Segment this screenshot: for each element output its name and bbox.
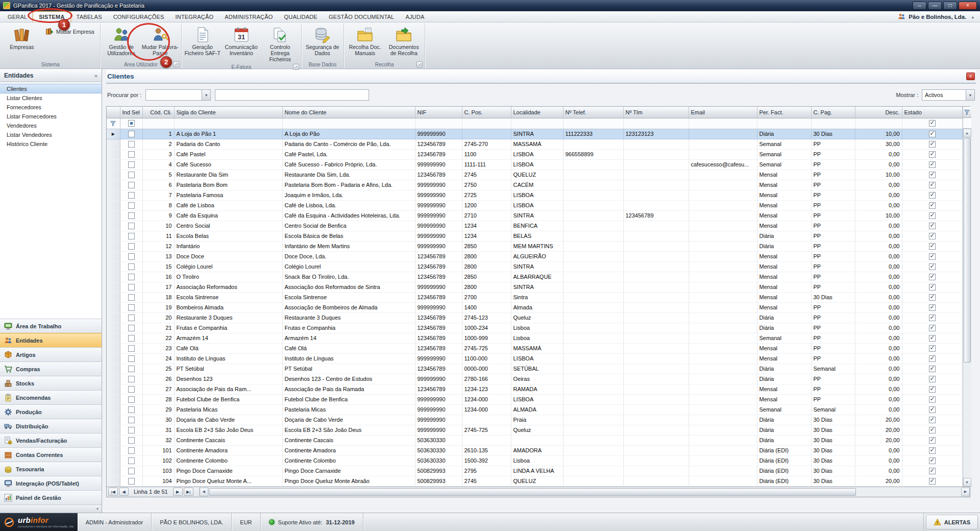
estado-checkbox[interactable] bbox=[929, 192, 936, 199]
col-localidade[interactable]: Lisboa bbox=[511, 333, 563, 343]
col-estado[interactable] bbox=[902, 210, 962, 221]
row-select-checkbox[interactable] bbox=[128, 386, 135, 393]
col-localidade[interactable]: LISBOA bbox=[511, 394, 563, 404]
sidebar-item-historico-cliente[interactable]: Histórico Cliente bbox=[0, 139, 102, 149]
col-cod-cli[interactable]: 31 bbox=[142, 425, 174, 435]
col-ind-sel[interactable] bbox=[120, 435, 142, 445]
filter-col-nome-cliente[interactable] bbox=[282, 118, 415, 129]
estado-checkbox[interactable] bbox=[929, 294, 936, 301]
col-n-tlm[interactable] bbox=[623, 200, 689, 210]
col-c-pag[interactable]: 30 Dias bbox=[811, 445, 855, 455]
header-col-per-fact[interactable]: Per. Fact. bbox=[757, 107, 811, 118]
col-c-pos[interactable]: 0000-000 bbox=[462, 364, 511, 374]
col-nif[interactable]: 999999990 bbox=[415, 190, 462, 200]
col-n-telef[interactable] bbox=[563, 333, 623, 343]
col-cod-cli[interactable]: 25 bbox=[142, 364, 174, 374]
col-nome-cliente[interactable]: Snack Bar O Tiroliro, Lda. bbox=[282, 272, 415, 282]
estado-checkbox[interactable] bbox=[929, 457, 936, 464]
col-n-tlm[interactable] bbox=[623, 170, 689, 180]
col-c-pag[interactable]: 30 Dias bbox=[811, 466, 855, 476]
panel-close-button[interactable]: × bbox=[966, 73, 975, 80]
col-email[interactable] bbox=[689, 384, 757, 394]
col-n-telef[interactable] bbox=[563, 394, 623, 404]
col-estado[interactable] bbox=[902, 272, 962, 282]
col-c-pag[interactable]: 30 Dias bbox=[811, 415, 855, 425]
col-nif[interactable]: 123456789 bbox=[415, 333, 462, 343]
filter-col-n-tlm[interactable] bbox=[623, 118, 689, 129]
col-sigla-cliente[interactable]: Restaurante Dia Sim bbox=[174, 170, 282, 180]
col-per-fact[interactable]: Mensal bbox=[757, 180, 811, 190]
col-n-telef[interactable] bbox=[563, 231, 623, 241]
col-c-pag[interactable]: 30 Dias bbox=[811, 129, 855, 139]
col-localidade[interactable]: LISBOA bbox=[511, 200, 563, 210]
col-sigla-cliente[interactable]: Associação Reformados bbox=[174, 282, 282, 292]
col-nome-cliente[interactable]: A Loja do Pão bbox=[282, 129, 415, 139]
filter-col-per-fact[interactable] bbox=[757, 118, 811, 129]
col-c-pos[interactable]: 2800 bbox=[462, 261, 511, 272]
col-nome-cliente[interactable]: Café de Lisboa, Lda. bbox=[282, 200, 415, 210]
row-select-checkbox[interactable] bbox=[128, 396, 135, 403]
estado-checkbox[interactable] bbox=[929, 161, 936, 168]
col-sigla-cliente[interactable]: Instituto de Línguas bbox=[174, 353, 282, 364]
col-nif[interactable]: 503630330 bbox=[415, 445, 462, 455]
col-localidade[interactable]: MASSAMÁ bbox=[511, 343, 563, 353]
col-n-tlm[interactable] bbox=[623, 435, 689, 445]
table-row[interactable]: 27Associação de Pais da Ram...Associação… bbox=[107, 384, 962, 394]
col-ind-sel[interactable] bbox=[120, 190, 142, 200]
col-cod-cli[interactable]: 30 bbox=[142, 415, 174, 425]
col-n-telef[interactable] bbox=[563, 292, 623, 302]
col-localidade[interactable]: ALBARRAQUE bbox=[511, 272, 563, 282]
estado-checkbox[interactable] bbox=[929, 172, 936, 178]
show-combo[interactable]: Activos ▼ bbox=[922, 89, 975, 101]
header-col-estado[interactable]: Estado bbox=[902, 107, 962, 118]
col-per-fact[interactable]: Diária bbox=[757, 374, 811, 384]
col-nif[interactable]: 123456789 bbox=[415, 272, 462, 282]
col-nome-cliente[interactable]: Escola EB 2+3 São João Deus bbox=[282, 425, 415, 435]
col-localidade[interactable]: SINTRA bbox=[511, 129, 563, 139]
col-estado[interactable] bbox=[902, 455, 962, 466]
table-row[interactable]: ▶1A Loja do Pão 1A Loja do Pão999999990S… bbox=[107, 129, 962, 139]
estado-checkbox[interactable] bbox=[929, 417, 936, 423]
col-localidade[interactable]: Sintra bbox=[511, 292, 563, 302]
col-estado[interactable] bbox=[902, 425, 962, 435]
col-localidade[interactable]: LISBOA bbox=[511, 190, 563, 200]
col-n-tlm[interactable] bbox=[623, 149, 689, 159]
col-email[interactable] bbox=[689, 425, 757, 435]
estado-checkbox[interactable] bbox=[929, 243, 936, 250]
col-c-pag[interactable]: PP bbox=[811, 170, 855, 180]
estado-checkbox[interactable] bbox=[929, 131, 936, 137]
row-select-checkbox[interactable] bbox=[128, 141, 135, 148]
row-select-checkbox[interactable] bbox=[128, 284, 135, 291]
scroll-up-button[interactable]: ▲ bbox=[963, 129, 971, 137]
nav-item-compras[interactable]: Compras bbox=[0, 361, 102, 376]
col-n-telef[interactable] bbox=[563, 404, 623, 415]
nav-item-entidades[interactable]: Entidades bbox=[0, 333, 102, 347]
alerts-button[interactable]: ALERTAS bbox=[926, 515, 978, 529]
table-row[interactable]: 25PT SetúbalPT Setúbal1234567890000-000S… bbox=[107, 364, 962, 374]
col-c-pag[interactable]: PP bbox=[811, 374, 855, 384]
window-maximize-button[interactable]: □ bbox=[943, 2, 957, 10]
sidebar-item-listar-clientes[interactable]: Listar Clientes bbox=[0, 93, 102, 103]
col-desc[interactable]: 20,00 bbox=[855, 415, 902, 425]
col-localidade[interactable]: Queluz bbox=[511, 425, 563, 435]
col-c-pag[interactable]: PP bbox=[811, 343, 855, 353]
col-c-pos[interactable] bbox=[462, 435, 511, 445]
col-ind-sel[interactable] bbox=[120, 210, 142, 221]
col-c-pos[interactable]: 2850 bbox=[462, 272, 511, 282]
col-n-tlm[interactable] bbox=[623, 353, 689, 364]
scroll-down-button[interactable]: ▼ bbox=[963, 478, 971, 487]
col-n-tlm[interactable] bbox=[623, 190, 689, 200]
col-c-pag[interactable]: PP bbox=[811, 200, 855, 210]
col-n-tlm[interactable]: 123456789 bbox=[623, 210, 689, 221]
col-desc[interactable]: 10,00 bbox=[855, 210, 902, 221]
estado-checkbox[interactable] bbox=[929, 274, 936, 280]
col-nif[interactable]: 500829993 bbox=[415, 476, 462, 486]
col-n-tlm[interactable] bbox=[623, 384, 689, 394]
col-c-pag[interactable]: 30 Dias bbox=[811, 292, 855, 302]
select-all-checkbox[interactable] bbox=[128, 120, 135, 127]
col-cod-cli[interactable]: 18 bbox=[142, 292, 174, 302]
col-localidade[interactable]: Lisboa bbox=[511, 455, 563, 466]
col-cod-cli[interactable]: 32 bbox=[142, 435, 174, 445]
col-nome-cliente[interactable]: Doce Doce, Lda. bbox=[282, 251, 415, 261]
col-localidade[interactable]: CACÉM bbox=[511, 180, 563, 190]
